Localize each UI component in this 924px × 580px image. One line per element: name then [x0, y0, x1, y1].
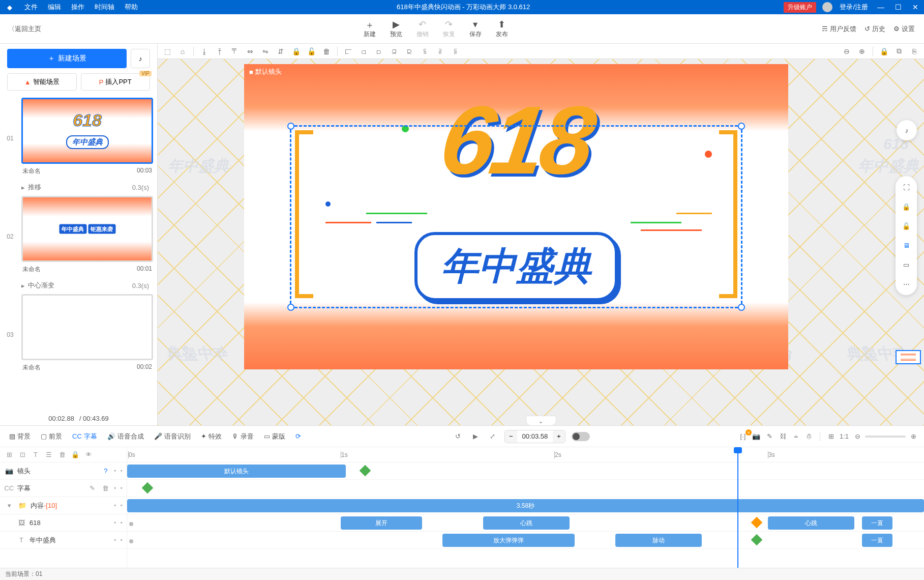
time-plus[interactable]: +	[553, 430, 565, 443]
canvas-viewport[interactable]: 年中盛典 618 年中盛典 年中盛典 618 年中盛典 618 ■默认镜头	[158, 59, 924, 425]
eye-icon[interactable]: 👁	[83, 451, 94, 458]
expand-icon[interactable]: ⤢	[487, 432, 498, 440]
scene-thumbnail[interactable]: 年中盛典钜惠来袭	[21, 196, 153, 262]
lock-closed-icon[interactable]: 🔒	[900, 200, 912, 213]
timeline-track[interactable]	[127, 480, 924, 497]
fullscreen-icon[interactable]: ⛶	[900, 181, 912, 193]
undo-button[interactable]: ↶撤销	[416, 19, 429, 39]
scene-item[interactable]: 03 未命名00:02	[4, 294, 153, 375]
play-icon[interactable]: ▶	[470, 432, 481, 440]
cue-dot[interactable]	[129, 539, 133, 543]
timeline-track[interactable]: 放大弹弹弹 脉动 一直	[127, 532, 924, 549]
scene-thumbnail[interactable]	[21, 294, 153, 360]
transition-row[interactable]: ▸ 中心渐变 0.3(s)	[4, 279, 153, 294]
lock-view-icon[interactable]: 🔒	[877, 45, 890, 58]
timeline-track[interactable]: 默认镜头	[127, 462, 924, 480]
text-icon[interactable]: T	[31, 451, 41, 458]
align-bottom2-icon[interactable]: ⫓	[418, 45, 431, 58]
playhead[interactable]	[737, 447, 738, 568]
timeline-track[interactable]: 3.58秒	[127, 497, 924, 514]
home-icon[interactable]: ⌂	[176, 45, 189, 58]
zoom-in-tl-icon[interactable]: ⊕	[908, 432, 919, 440]
tablet-icon[interactable]: ▭	[900, 258, 912, 271]
clip-heartbeat[interactable]: 心跳	[483, 516, 570, 530]
zoom-out-tl-icon[interactable]: ⊖	[852, 432, 863, 440]
back-to-home[interactable]: 〈 返回主页	[0, 24, 49, 34]
clip-camera[interactable]: 默认镜头	[127, 465, 346, 478]
paste-icon[interactable]: ⎘	[908, 45, 921, 58]
align-middle-icon[interactable]: 〒	[228, 45, 242, 58]
toggle-switch[interactable]	[572, 432, 590, 441]
delete-layer-icon[interactable]: 🗑	[57, 451, 67, 458]
resize-handle[interactable]	[738, 123, 745, 130]
chevron-down-icon[interactable]: ▾	[4, 502, 14, 509]
scene-item[interactable]: 02 年中盛典钜惠来袭 未命名00:01	[4, 196, 153, 277]
keyframe-marker[interactable]	[751, 534, 763, 546]
minimize-button[interactable]: —	[872, 3, 889, 11]
import-ppt-button[interactable]: P插入PPTVIP	[81, 73, 151, 91]
clip-expand[interactable]: 展开	[341, 516, 422, 530]
keyframe-marker[interactable]	[142, 482, 154, 494]
add-folder-icon[interactable]: ⊡	[17, 451, 27, 458]
delete-sub-icon[interactable]: 🗑	[101, 484, 111, 492]
timeline-tracks[interactable]: 0s 1s 2s 3s 默认镜头 3.58秒 展开 心跳	[127, 447, 924, 568]
zoom-in-icon[interactable]: ⊕	[855, 45, 869, 58]
zoom-out-icon[interactable]: ⊖	[840, 45, 853, 58]
scene-item[interactable]: 01 618 年中盛典 未命名00:03	[4, 98, 153, 179]
zoom-slider[interactable]	[865, 436, 906, 438]
time-minus[interactable]: −	[505, 430, 517, 443]
keyframe-marker[interactable]	[751, 517, 763, 529]
tab-background[interactable]: ▨背景	[5, 430, 35, 443]
copy-icon[interactable]: ⧉	[892, 45, 906, 58]
edit-sub-icon[interactable]: ✎	[87, 484, 98, 492]
smart-scene-button[interactable]: ▲智能场景	[7, 73, 77, 91]
preview-button[interactable]: ▶预览	[390, 19, 402, 39]
align-bottom-icon[interactable]: ⭳	[198, 45, 211, 58]
track-item-618[interactable]: 🖼 618 ••	[0, 514, 127, 532]
edit-icon[interactable]: ✎	[764, 432, 775, 440]
tab-subtitle[interactable]: CC字幕	[68, 430, 101, 443]
filter-icon[interactable]: ⫨	[790, 432, 801, 440]
clip-pulse[interactable]: 脉动	[615, 534, 702, 547]
tab-refresh[interactable]: ⟳	[291, 430, 305, 442]
link-icon[interactable]: ⛓	[777, 432, 788, 440]
timeline-track[interactable]: 展开 心跳 心跳 一直	[127, 514, 924, 532]
add-layer-icon[interactable]: ⊞	[4, 451, 14, 458]
sort-icon[interactable]: ⫛	[803, 432, 815, 440]
resize-handle[interactable]	[287, 123, 294, 130]
menu-timeline[interactable]: 时间轴	[90, 3, 120, 12]
new-scene-button[interactable]: ＋新建场景	[7, 49, 127, 68]
tab-asr[interactable]: 🎤语音识别	[150, 430, 195, 443]
save-button[interactable]: ▾保存	[469, 19, 482, 39]
track-item-midyear[interactable]: T 年中盛典 ••	[0, 532, 127, 549]
cursor-tool-icon[interactable]: ⬚	[161, 45, 174, 58]
close-button[interactable]: ✕	[907, 3, 924, 11]
camera-icon[interactable]: 📷	[751, 432, 762, 440]
align-center-icon[interactable]: ⇔	[244, 45, 257, 58]
rewind-icon[interactable]: ↺	[453, 432, 464, 440]
resize-handle[interactable]	[738, 304, 745, 311]
collapse-handle[interactable]: ⌄	[526, 416, 556, 425]
more-icon[interactable]: ⋯	[900, 278, 912, 290]
flip-h-icon[interactable]: ⇋	[259, 45, 272, 58]
clip-always[interactable]: 一直	[862, 516, 892, 530]
tab-foreground[interactable]: ▢前景	[37, 430, 66, 443]
resize-handle[interactable]	[287, 304, 294, 311]
track-content-group[interactable]: ▾ 📁 内容-[10] ••	[0, 497, 127, 514]
music-button[interactable]: ♪	[131, 49, 150, 68]
ratio-icon[interactable]: 1:1	[839, 432, 850, 440]
distribute-v-icon[interactable]: ⫕	[449, 45, 462, 58]
lock-open-icon[interactable]: 🔓	[900, 220, 912, 232]
transition-row[interactable]: ▸ 推移 0.3(s)	[4, 181, 153, 196]
music-float-button[interactable]: ♪	[897, 120, 917, 140]
track-camera[interactable]: 📷 镜头 ? ••	[0, 462, 127, 480]
clip-content-group[interactable]: 3.58秒	[127, 499, 924, 512]
clip-always2[interactable]: 一直	[862, 534, 892, 547]
menu-help[interactable]: 帮助	[120, 3, 143, 12]
lock-layer-icon[interactable]: 🔒	[70, 451, 80, 458]
align-vcenter-icon[interactable]: ⫒	[403, 45, 416, 58]
history-button[interactable]: ↺历史	[865, 24, 885, 34]
canvas-stage[interactable]: ■默认镜头 618 年中盛典	[244, 64, 788, 369]
feedback-button[interactable]: ☴用户反馈	[822, 24, 856, 34]
unlock-icon[interactable]: 🔓	[305, 45, 318, 58]
